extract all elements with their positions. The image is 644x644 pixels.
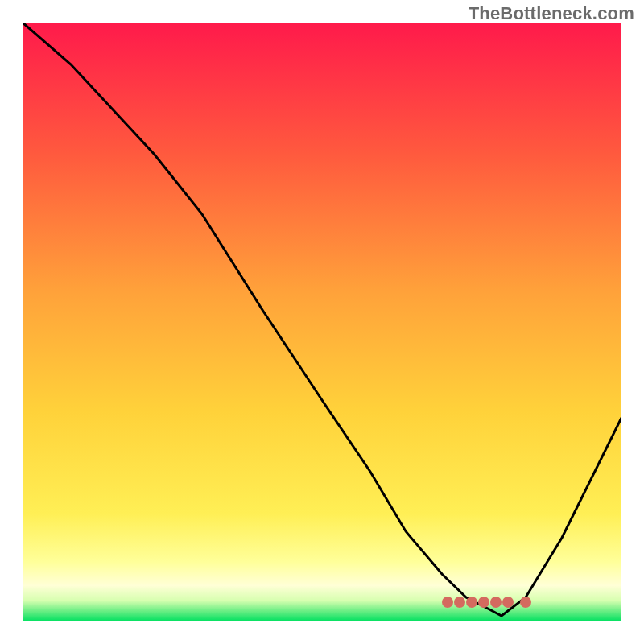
svg-point-5 [502, 597, 514, 608]
svg-point-1 [454, 597, 465, 608]
watermark-text: TheBottleneck.com [469, 3, 634, 24]
svg-point-0 [442, 597, 453, 608]
svg-point-6 [520, 597, 531, 608]
plot-area [23, 23, 621, 621]
svg-point-4 [490, 597, 502, 608]
chart-stage: TheBottleneck.com [0, 0, 644, 644]
gradient-background [23, 23, 621, 621]
svg-point-2 [466, 597, 477, 608]
svg-point-3 [478, 597, 489, 608]
plot-svg [23, 23, 621, 621]
